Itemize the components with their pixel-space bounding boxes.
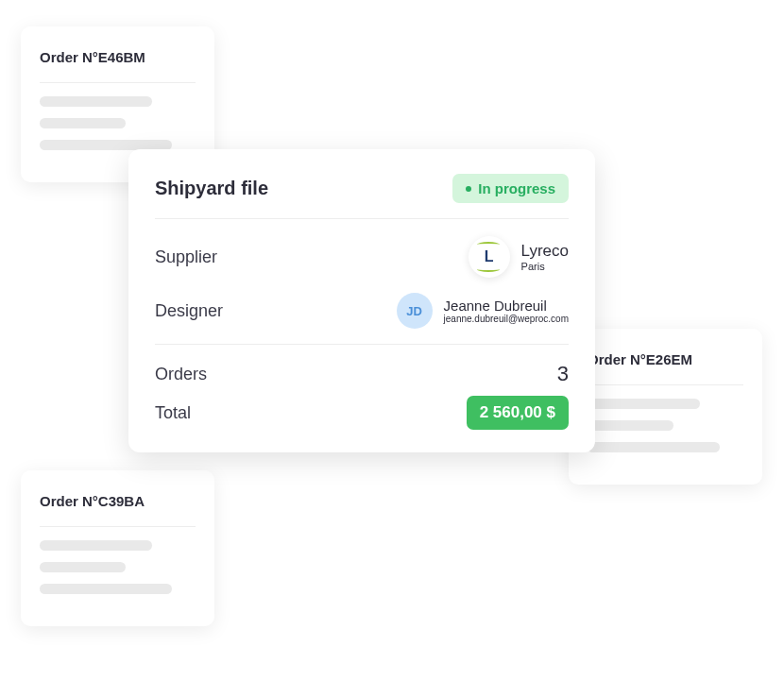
skeleton-line bbox=[40, 562, 126, 572]
order-card-title: Order N°E46BM bbox=[40, 49, 196, 65]
status-text: In progress bbox=[478, 180, 555, 196]
divider bbox=[155, 344, 569, 345]
skeleton-line bbox=[40, 118, 126, 128]
supplier-logo-icon: L bbox=[469, 236, 510, 278]
status-badge: In progress bbox=[452, 174, 569, 203]
divider bbox=[40, 526, 196, 527]
shipyard-file-card: Shipyard file In progress Supplier L Lyr… bbox=[128, 149, 595, 452]
order-card-title: Order N°E26EM bbox=[588, 351, 743, 367]
supplier-label: Supplier bbox=[155, 247, 217, 267]
total-badge: 2 560,00 $ bbox=[467, 396, 569, 430]
supplier-name: Lyreco bbox=[521, 242, 569, 261]
designer-label: Designer bbox=[155, 301, 223, 321]
divider bbox=[155, 218, 569, 219]
status-dot-icon bbox=[466, 186, 471, 192]
order-card-title: Order N°C39BA bbox=[40, 493, 196, 509]
card-title: Shipyard file bbox=[155, 178, 268, 199]
supplier-block[interactable]: L Lyreco Paris bbox=[469, 236, 569, 278]
divider bbox=[588, 384, 743, 385]
total-label: Total bbox=[155, 403, 191, 423]
skeleton-line bbox=[40, 540, 152, 551]
skeleton-line bbox=[588, 399, 700, 409]
avatar: JD bbox=[397, 293, 433, 329]
designer-name: Jeanne Dubreuil bbox=[444, 298, 569, 314]
skeleton-line bbox=[40, 584, 172, 594]
supplier-city: Paris bbox=[521, 261, 569, 272]
order-card-e26em[interactable]: Order N°E26EM bbox=[569, 329, 762, 485]
designer-email: jeanne.dubreuil@weproc.com bbox=[444, 314, 569, 324]
orders-count: 3 bbox=[557, 362, 569, 386]
divider bbox=[40, 82, 196, 83]
skeleton-line bbox=[40, 96, 152, 107]
order-card-c39ba[interactable]: Order N°C39BA bbox=[21, 470, 214, 626]
designer-block[interactable]: JD Jeanne Dubreuil jeanne.dubreuil@wepro… bbox=[397, 293, 569, 329]
orders-label: Orders bbox=[155, 365, 207, 384]
skeleton-line bbox=[588, 442, 720, 452]
skeleton-line bbox=[588, 420, 673, 431]
